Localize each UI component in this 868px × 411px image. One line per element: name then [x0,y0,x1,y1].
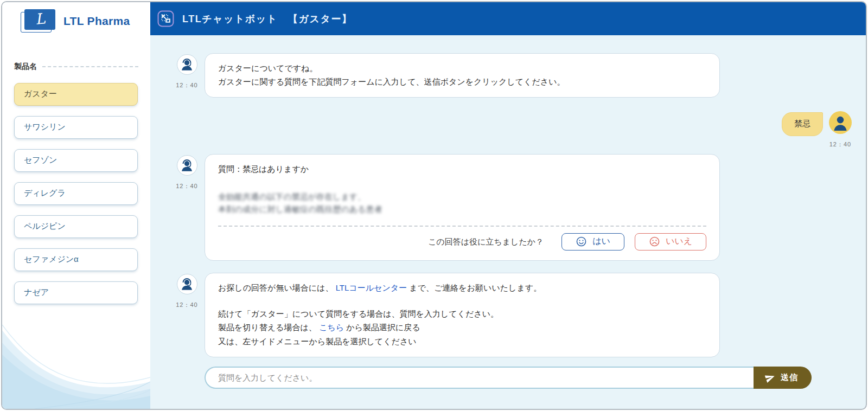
expand-window-icon[interactable] [157,10,174,27]
feedback-row: この回答は役に立ちましたか？ はい [218,232,706,252]
feedback-yes-button[interactable]: はい [561,233,624,251]
bot-operator-avatar [177,54,197,75]
sidebar-item-dellegra[interactable]: ディレグラ [14,182,138,205]
frown-icon [649,236,660,247]
user-avatar [829,111,852,134]
feedback-question: この回答は役に立ちましたか？ [428,235,544,248]
bot-message-3: 12：40 お探しの回答が無い場合には、 LTLコールセンター まで、ご連絡をお… [169,273,866,357]
switch-product-line: 製品を切り替える場合は、 こちら から製品選択に戻る [218,320,706,334]
page-title: LTLチャットボット 【ガスター】 [182,12,352,25]
timestamp: 12：40 [176,301,197,309]
timestamp: 12：40 [176,182,197,190]
app-window: L LTL Pharma 製品名 ガスター サワシリン セフゾン ディレグラ ペ… [1,1,867,410]
bot-message-1: 12：40 ガスターについてですね。 ガスターに関する質問を下記質問フォームに入… [169,53,866,98]
sidebar: L LTL Pharma 製品名 ガスター サワシリン セフゾン ディレグラ ペ… [2,2,150,409]
continue-line: 続けて「ガスター」について質問をする場合は、質問を入力してください。 [218,307,706,320]
operator-headset-icon [180,158,194,173]
operator-headset-icon [180,277,194,292]
ltl-logo-icon: L [21,9,56,33]
person-icon [829,111,852,134]
user-message-bubble: 禁忌 [782,112,823,136]
sidebar-item-perdipine[interactable]: ペルジピン [14,215,138,238]
bot-followup-bubble: お探しの回答が無い場合には、 LTLコールセンター まで、ご連絡をお願いいたしま… [205,273,720,357]
timestamp: 12：40 [829,140,851,149]
sidebar-item-cefzon[interactable]: セフゾン [14,149,138,172]
operator-headset-icon [180,57,194,72]
sidemenu-line: 又は、左サイドメニューから製品を選択してください [218,335,706,348]
bot-message-line: ガスターについてですね。 [218,61,706,75]
bot-answer-bubble: 質問：禁忌はありますか 全効能共通の以下の禁忌が存在します、 本剤の成分に対し過… [205,154,720,261]
send-button[interactable]: 送信 [754,367,812,389]
bot-message-2: 12：40 質問：禁忌はありますか 全効能共通の以下の禁忌が存在します、 本剤の… [169,154,866,261]
bot-operator-avatar [177,274,197,294]
brand-logo: L LTL Pharma [2,2,150,33]
callcenter-line: お探しの回答が無い場合には、 LTLコールセンター まで、ご連絡をお願いいたしま… [218,281,706,294]
bot-operator-avatar [177,155,197,176]
decorative-waves [2,300,150,409]
dashed-divider [42,66,138,67]
brand-name: LTL Pharma [63,15,130,28]
feedback-no-button[interactable]: いいえ [635,233,706,251]
question-input[interactable] [205,367,754,389]
paper-plane-icon [765,373,775,383]
user-message: 禁忌 12：40 [169,106,852,149]
redacted-answer-text: 全効能共通の以下の禁忌が存在します、 本剤の成分に対し過敏症の既往歴のある患者 [218,190,706,216]
products-label: 製品名 [14,62,37,72]
main-panel: LTLチャットボット 【ガスター】 12：40 [150,2,866,409]
composer: 送信 [205,367,812,389]
chat-header: LTLチャットボット 【ガスター】 [150,2,866,35]
sidebar-item-gaster[interactable]: ガスター [14,83,138,106]
timestamp: 12：40 [176,81,197,89]
bot-message-line: ガスターに関する質問を下記質問フォームに入力して、送信ボタンをクリックしてくださ… [218,75,706,88]
chat-area: 12：40 ガスターについてですね。 ガスターに関する質問を下記質問フォームに入… [150,35,866,367]
sidebar-item-sawacillin[interactable]: サワシリン [14,116,138,139]
sidebar-item-nasea[interactable]: ナゼア [14,281,138,304]
products-section-header: 製品名 [14,62,138,72]
call-center-link[interactable]: LTLコールセンター [336,283,407,292]
smile-icon [576,236,587,247]
bot-message-bubble: ガスターについてですね。 ガスターに関する質問を下記質問フォームに入力して、送信… [205,53,720,98]
answer-question-title: 質問：禁忌はありますか [218,162,706,176]
product-select-link[interactable]: こちら [319,323,344,332]
dashed-separator [218,226,706,227]
sidebar-item-cefamezin-alpha[interactable]: セファメジンα [14,248,138,271]
